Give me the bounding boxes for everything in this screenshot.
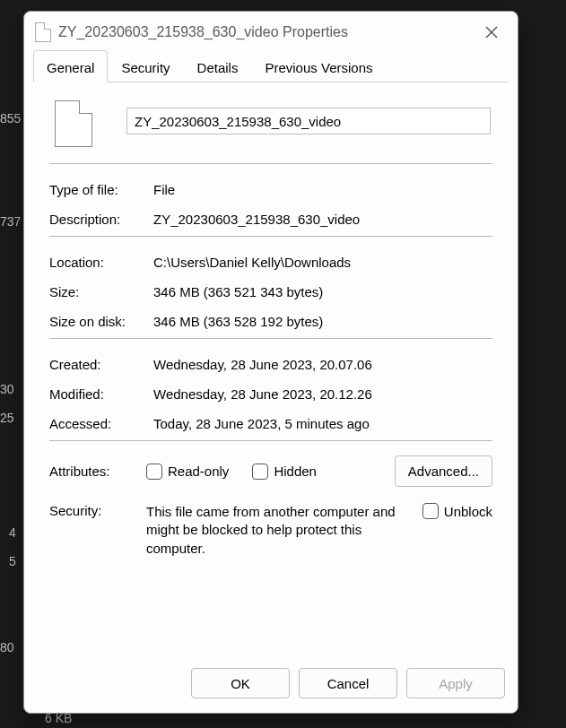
row-accessed: Accessed: Today, 28 June 2023, 5 minutes…	[44, 411, 498, 440]
divider	[49, 163, 492, 164]
checkbox-box	[146, 464, 162, 480]
value-size: 346 MB (363 521 343 bytes)	[153, 284, 492, 299]
checkbox-unblock[interactable]: Unblock	[422, 503, 492, 519]
checkbox-hidden[interactable]: Hidden	[252, 464, 317, 480]
label-location: Location:	[49, 255, 146, 270]
cancel-button[interactable]: Cancel	[299, 668, 397, 698]
value-type-of-file: File	[153, 182, 492, 197]
value-size-on-disk: 346 MB (363 528 192 bytes)	[153, 314, 492, 329]
close-icon	[485, 26, 498, 39]
label-description: Description:	[49, 212, 146, 227]
checkbox-label: Unblock	[444, 504, 492, 519]
filename-row	[44, 99, 498, 163]
row-size-on-disk: Size on disk: 346 MB (363 528 192 bytes)	[44, 308, 498, 338]
row-description: Description: ZY_20230603_215938_630_vide…	[44, 206, 498, 236]
row-modified: Modified: Wednesday, 28 June 2023, 20.12…	[44, 381, 498, 411]
label-size-on-disk: Size on disk:	[49, 314, 146, 329]
row-size: Size: 346 MB (363 521 343 bytes)	[44, 279, 498, 308]
label-modified: Modified:	[49, 386, 146, 402]
close-button[interactable]	[476, 19, 507, 46]
value-location: C:\Users\Daniel Kelly\Downloads	[153, 255, 492, 270]
tab-general[interactable]: General	[33, 50, 108, 82]
value-accessed: Today, 28 June 2023, 5 minutes ago	[153, 416, 492, 431]
apply-button[interactable]: Apply	[406, 668, 505, 698]
file-type-icon	[55, 100, 92, 147]
filename-input[interactable]	[126, 108, 491, 134]
label-created: Created:	[49, 357, 146, 372]
row-attributes: Attributes: Read-only Hidden Advanced...	[44, 454, 498, 494]
dialog-footer: OK Cancel Apply	[24, 657, 518, 713]
security-message: This file came from another computer and…	[146, 503, 422, 558]
tab-content-general: Type of file: File Description: ZY_20230…	[33, 82, 509, 657]
divider	[49, 338, 492, 339]
label-attributes: Attributes:	[49, 464, 146, 479]
label-security: Security:	[49, 503, 146, 518]
label-accessed: Accessed:	[49, 416, 146, 431]
tab-details[interactable]: Details	[184, 50, 252, 82]
checkbox-label: Hidden	[274, 464, 317, 479]
checkbox-label: Read-only	[168, 464, 229, 479]
divider	[49, 440, 492, 441]
row-type-of-file: Type of file: File	[44, 177, 498, 206]
checkbox-read-only[interactable]: Read-only	[146, 464, 229, 480]
row-created: Created: Wednesday, 28 June 2023, 20.07.…	[44, 351, 498, 381]
advanced-button[interactable]: Advanced...	[395, 455, 492, 487]
checkbox-box	[252, 464, 268, 480]
checkbox-box	[422, 503, 439, 519]
file-icon	[35, 22, 51, 42]
properties-dialog: ZY_20230603_215938_630_video Properties …	[23, 11, 518, 714]
value-modified: Wednesday, 28 June 2023, 20.12.26	[153, 386, 492, 402]
tab-previous-versions[interactable]: Previous Versions	[251, 50, 386, 82]
label-size: Size:	[49, 284, 146, 299]
divider	[49, 236, 492, 237]
tab-security[interactable]: Security	[108, 50, 183, 82]
titlebar: ZY_20230603_215938_630_video Properties	[24, 12, 518, 49]
value-description: ZY_20230603_215938_630_video	[153, 212, 492, 227]
row-security: Security: This file came from another co…	[44, 494, 498, 558]
ok-button[interactable]: OK	[191, 668, 290, 698]
window-title: ZY_20230603_215938_630_video Properties	[58, 24, 469, 40]
value-created: Wednesday, 28 June 2023, 20.07.06	[153, 357, 492, 372]
label-type-of-file: Type of file:	[49, 182, 146, 197]
tab-strip: General Security Details Previous Versio…	[24, 49, 518, 82]
row-location: Location: C:\Users\Daniel Kelly\Download…	[44, 249, 498, 279]
